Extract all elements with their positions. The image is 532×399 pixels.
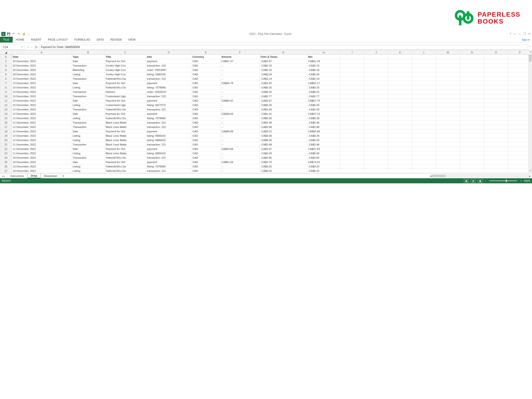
cell[interactable] <box>340 63 364 68</box>
cell[interactable] <box>364 63 388 68</box>
cell[interactable]: -CA$5.16 <box>260 68 307 72</box>
cell[interactable] <box>484 77 508 81</box>
cell[interactable]: CAD <box>191 125 220 129</box>
cell[interactable] <box>340 142 364 147</box>
cell[interactable] <box>484 85 508 90</box>
cell[interactable]: Transaction <box>72 120 105 125</box>
cell[interactable] <box>412 120 436 125</box>
cell[interactable] <box>460 72 484 77</box>
cell[interactable]: Transaction <box>72 63 105 68</box>
cell[interactable]: Payment for Ord <box>105 99 146 103</box>
cell[interactable] <box>388 72 412 77</box>
cell[interactable]: payment <box>146 99 191 103</box>
tab-formulas[interactable]: FORMULAS <box>71 37 94 43</box>
cell[interactable] <box>460 59 484 63</box>
row-header[interactable]: 13 <box>0 107 12 112</box>
column-header-M[interactable]: M <box>436 50 460 55</box>
cell[interactable] <box>364 99 388 103</box>
tab-home[interactable]: HOME <box>13 37 28 43</box>
row-header[interactable]: 23 <box>0 151 12 156</box>
cell[interactable]: -CA$2.48 <box>260 125 307 129</box>
cell[interactable]: -CA$0.26 <box>260 151 307 156</box>
cell[interactable] <box>340 138 364 142</box>
cell[interactable] <box>340 85 364 90</box>
cell[interactable] <box>388 134 412 138</box>
cell[interactable] <box>388 55 412 59</box>
cell[interactable]: -- <box>220 116 260 120</box>
cell[interactable]: -- <box>220 72 260 77</box>
cell[interactable] <box>364 160 388 165</box>
cell[interactable] <box>388 160 412 165</box>
cell[interactable]: -CA$2.48 <box>307 125 340 129</box>
cell[interactable]: CAD <box>191 129 220 134</box>
cell[interactable]: transaction: 221 <box>146 120 191 125</box>
cell[interactable]: -CA$0.26 <box>260 72 307 77</box>
zoom-in-icon[interactable]: + <box>520 179 522 182</box>
cell[interactable] <box>412 99 436 103</box>
sheet-tab-instructions[interactable]: Instructions <box>7 173 27 178</box>
cell[interactable] <box>436 81 460 85</box>
cell[interactable] <box>412 134 436 138</box>
column-header-D[interactable]: D <box>146 50 191 55</box>
cell[interactable] <box>460 107 484 112</box>
cell[interactable]: -- <box>220 165 260 169</box>
column-header-N[interactable]: N <box>460 50 484 55</box>
cell[interactable] <box>412 142 436 147</box>
cell[interactable] <box>484 94 508 99</box>
cell[interactable]: transaction: 221 <box>146 142 191 147</box>
cell[interactable] <box>412 59 436 63</box>
cell[interactable] <box>340 90 364 94</box>
cell[interactable]: CAD <box>191 77 220 81</box>
cell[interactable] <box>340 112 364 116</box>
cell[interactable] <box>460 165 484 169</box>
row-header[interactable]: 11 <box>0 99 12 103</box>
cell[interactable]: Sale <box>72 112 105 116</box>
cell[interactable] <box>340 129 364 134</box>
cell[interactable] <box>340 103 364 107</box>
cell[interactable]: transaction: 222 <box>146 125 191 129</box>
cell[interactable]: -CA$2.14 <box>307 77 340 81</box>
horizontal-scrollbar[interactable] <box>432 174 529 177</box>
cell[interactable]: -CA$2.15 <box>307 63 340 68</box>
cell[interactable] <box>436 129 460 134</box>
cell[interactable] <box>436 94 460 99</box>
cell[interactable] <box>484 165 508 169</box>
cell[interactable] <box>340 151 364 156</box>
cell[interactable]: listing: 8666416 <box>146 151 191 156</box>
cell[interactable]: CAD <box>191 90 220 94</box>
cell[interactable] <box>388 125 412 129</box>
cell[interactable]: -CA$2.14 <box>260 77 307 81</box>
cell[interactable]: CA$74.32 <box>307 160 340 165</box>
row-header[interactable]: 5 <box>0 72 12 77</box>
cell[interactable]: Amount <box>220 55 260 59</box>
row-header[interactable]: 20 <box>0 138 12 142</box>
cell[interactable] <box>484 90 508 94</box>
cell[interactable] <box>460 160 484 165</box>
cell[interactable] <box>460 63 484 68</box>
cell[interactable] <box>484 81 508 85</box>
sheet-tab-breakdown[interactable]: Breakdown <box>41 173 61 178</box>
cell[interactable] <box>460 169 484 173</box>
cell[interactable]: Net <box>307 55 340 59</box>
cell[interactable]: Payment for Ord <box>105 59 146 63</box>
cell[interactable] <box>340 156 364 160</box>
zoom-slider[interactable] <box>489 180 517 181</box>
cell[interactable]: Sale <box>72 160 105 165</box>
row-header[interactable]: 6 <box>0 77 12 81</box>
cell[interactable]: -CA$2.48 <box>260 120 307 125</box>
cell[interactable] <box>484 103 508 107</box>
cell[interactable]: Black Lives Matte <box>105 120 146 125</box>
cell[interactable]: Father&#39;s Da <box>105 169 146 173</box>
cell[interactable]: CAD <box>191 120 220 125</box>
cell[interactable]: CA$41.29 <box>307 59 340 63</box>
column-header-O[interactable]: O <box>484 50 508 55</box>
row-header[interactable]: 4 <box>0 68 12 72</box>
cell[interactable]: -CA$0.25 <box>260 85 307 90</box>
cell[interactable]: CA$60.42 <box>220 99 260 103</box>
cell[interactable]: -CA$3.85 <box>260 156 307 160</box>
row-header[interactable]: 10 <box>0 94 12 99</box>
cell[interactable]: -CA$2.70 <box>260 160 307 165</box>
row-header[interactable]: 21 <box>0 142 12 147</box>
cell[interactable]: Listing <box>72 72 105 77</box>
cell[interactable]: Info <box>146 55 191 59</box>
